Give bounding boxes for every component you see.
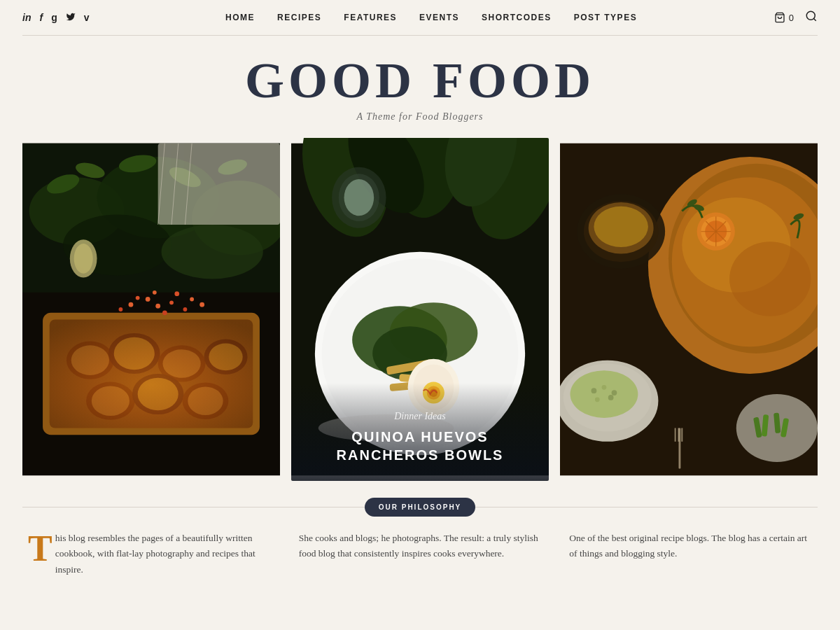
- svg-point-97: [592, 388, 597, 393]
- svg-point-96: [570, 370, 638, 418]
- svg-point-43: [200, 302, 204, 307]
- cart-button[interactable]: 0: [774, 12, 794, 23]
- svg-point-58: [344, 179, 374, 216]
- svg-point-42: [119, 307, 123, 312]
- divider-line-left: [22, 507, 365, 507]
- linkedin-icon[interactable]: in: [22, 12, 31, 23]
- svg-point-40: [153, 290, 157, 295]
- vimeo-icon[interactable]: v: [84, 12, 90, 23]
- svg-rect-20: [50, 320, 253, 428]
- googleplus-icon[interactable]: g: [51, 12, 57, 23]
- philosophy-text-1: his blog resembles the pages of a beauti…: [55, 533, 255, 575]
- philosophy-badge: OUR PHILOSOPHY: [365, 498, 476, 517]
- search-button[interactable]: [805, 10, 818, 25]
- grid-item-2[interactable]: Dinner Ideas QUINOA HUEVOS RANCHEROS BOW…: [291, 138, 549, 481]
- nav-recipes[interactable]: RECIPES: [277, 13, 321, 22]
- twitter-icon[interactable]: [66, 12, 76, 24]
- nav-events[interactable]: EVENTS: [419, 13, 459, 22]
- philosophy-divider: OUR PHILOSOPHY: [22, 498, 818, 517]
- svg-point-33: [169, 300, 174, 304]
- svg-point-49: [74, 244, 93, 274]
- nav-features[interactable]: FEATURES: [344, 13, 397, 22]
- philosophy-col-3: One of the best original recipe blogs. T…: [569, 531, 812, 578]
- svg-point-100: [595, 397, 600, 402]
- philosophy-section: OUR PHILOSOPHY T his blog resembles the …: [0, 481, 840, 578]
- nav-shortcodes[interactable]: SHORTCODES: [482, 13, 552, 22]
- site-subtitle: A Theme for Food Bloggers: [22, 111, 818, 122]
- philosophy-col-1: T his blog resembles the pages of a beau…: [28, 531, 271, 578]
- card-2-category: Dinner Ideas: [308, 411, 532, 422]
- svg-point-98: [602, 385, 607, 390]
- top-bar: in f g v HOME RECIPES FEATURES EVENTS SH…: [0, 0, 840, 35]
- svg-point-41: [174, 291, 179, 296]
- philosophy-columns: T his blog resembles the pages of a beau…: [22, 531, 818, 578]
- featured-image-grid: Dinner Ideas QUINOA HUEVOS RANCHEROS BOW…: [22, 138, 818, 481]
- grid-item-1[interactable]: [22, 138, 280, 481]
- svg-point-37: [136, 296, 140, 300]
- svg-point-26: [162, 225, 263, 279]
- svg-rect-44: [158, 144, 280, 225]
- svg-point-39: [162, 310, 167, 315]
- hero-section: GOOD FOOD A Theme for Food Bloggers: [0, 36, 840, 138]
- philosophy-col-2: She cooks and blogs; he photographs. The…: [299, 531, 542, 578]
- site-title: GOOD FOOD: [22, 55, 818, 106]
- nav-post-types[interactable]: POST TYPES: [574, 13, 637, 22]
- card-2-title: QUINOA HUEVOS RANCHEROS BOWLS: [308, 428, 532, 464]
- svg-line-2: [813, 18, 816, 20]
- grid-item-3[interactable]: [560, 138, 818, 481]
- svg-point-32: [155, 304, 160, 309]
- nav-home[interactable]: HOME: [225, 13, 255, 22]
- svg-point-1: [806, 11, 815, 20]
- cart-count: 0: [789, 13, 794, 23]
- social-icons: in f g v: [22, 12, 89, 24]
- philosophy-text-3: One of the best original recipe blogs. T…: [569, 533, 807, 559]
- facebook-icon[interactable]: f: [39, 12, 43, 23]
- philosophy-text-2: She cooks and blogs; he photographs. The…: [299, 533, 538, 559]
- svg-point-34: [146, 297, 150, 302]
- svg-point-101: [608, 395, 614, 400]
- card-2-overlay: Dinner Ideas QUINOA HUEVOS RANCHEROS BOW…: [291, 383, 549, 481]
- drop-cap-1: T: [28, 533, 52, 564]
- svg-point-36: [129, 302, 134, 307]
- svg-point-99: [612, 390, 617, 396]
- main-nav: HOME RECIPES FEATURES EVENTS SHORTCODES …: [225, 13, 637, 22]
- divider-line-right: [475, 507, 818, 507]
- svg-point-35: [183, 307, 188, 312]
- top-right-actions: 0: [774, 10, 818, 25]
- svg-point-38: [190, 298, 194, 302]
